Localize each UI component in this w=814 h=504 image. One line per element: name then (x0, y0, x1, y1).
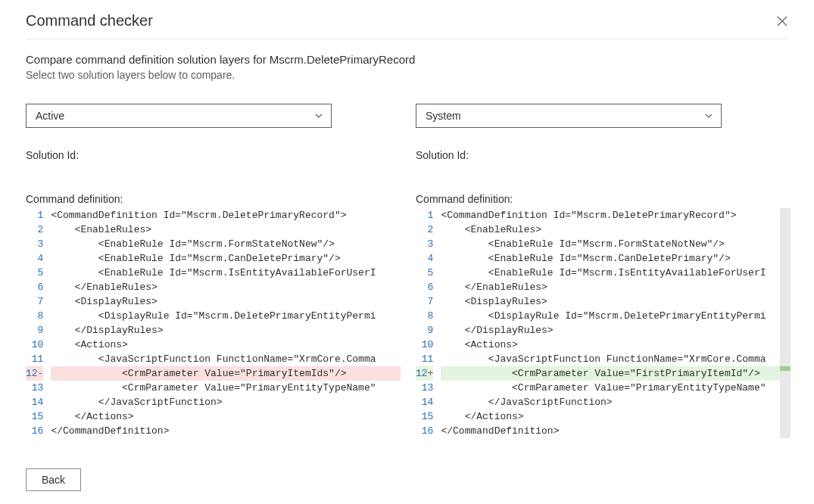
line-number: 8 (416, 309, 433, 323)
compare-columns: Active Solution Id: Command definition: … (26, 104, 788, 438)
line-number: 15 (26, 409, 43, 424)
code-line: <Actions> (51, 338, 401, 352)
line-number: 11 (416, 352, 433, 366)
code-line: </CommandDefinition> (441, 424, 791, 438)
dialog-footer: Back (26, 468, 788, 491)
line-number: 13 (26, 381, 43, 395)
code-line: <CommandDefinition Id="Mscrm.DeletePrima… (51, 208, 401, 222)
line-number: 3 (416, 237, 433, 251)
chevron-down-icon (314, 111, 323, 120)
line-number: 11 (26, 352, 43, 366)
line-number: 10 (416, 338, 433, 352)
code-line: <JavaScriptFunction FunctionName="XrmCor… (51, 352, 401, 366)
code-line: </Actions> (441, 409, 791, 424)
right-dropdown-value: System (426, 110, 461, 122)
left-layer-dropdown[interactable]: Active (26, 104, 332, 128)
line-number: 4 (26, 251, 43, 266)
chevron-down-icon (704, 111, 713, 120)
close-icon[interactable] (776, 12, 788, 30)
line-number: 3 (26, 237, 43, 251)
code-line: <DisplayRules> (51, 294, 401, 309)
code-line: <CommandDefinition Id="Mscrm.DeletePrima… (441, 208, 791, 222)
code-line: </EnableRules> (441, 280, 791, 294)
line-number: 1 (26, 208, 43, 222)
code-line: <EnableRule Id="Mscrm.IsEntityAvailableF… (51, 266, 401, 280)
line-number: 6 (416, 280, 433, 294)
code-line: </EnableRules> (51, 280, 401, 294)
line-number: 16 (26, 424, 43, 438)
line-number: 1 (416, 208, 433, 222)
code-line: <DisplayRules> (441, 294, 791, 309)
line-number: 9 (26, 323, 43, 338)
scroll-diff-marker (780, 366, 791, 371)
code-line: <EnableRule Id="Mscrm.CanDeletePrimary"/… (441, 251, 791, 266)
code-line: </JavaScriptFunction> (441, 395, 791, 409)
right-command-def-label: Command definition: (416, 193, 791, 205)
back-button[interactable]: Back (26, 468, 81, 491)
right-layer-dropdown[interactable]: System (416, 104, 722, 128)
line-number: 6 (26, 280, 43, 294)
right-scroll-overview[interactable] (780, 208, 791, 438)
line-number: 5 (416, 266, 433, 280)
line-number: 12- (26, 366, 43, 381)
line-number: 2 (26, 222, 43, 237)
right-code-block: 123456789101112+13141516<CommandDefiniti… (416, 208, 791, 438)
right-code-container[interactable]: 123456789101112+13141516<CommandDefiniti… (416, 208, 791, 438)
code-line: <EnableRule Id="Mscrm.IsEntityAvailableF… (441, 266, 791, 280)
code-line: </DisplayRules> (51, 323, 401, 338)
right-column: System Solution Id: Command definition: … (416, 104, 791, 438)
left-code-block: 123456789101112-13141516<CommandDefiniti… (26, 208, 401, 438)
line-number: 7 (26, 294, 43, 309)
left-column: Active Solution Id: Command definition: … (26, 104, 401, 438)
line-number: 12+ (416, 366, 433, 381)
left-solution-id-label: Solution Id: (26, 149, 401, 161)
dialog-header: Command checker (26, 12, 788, 39)
code-line: <CrmParameter Value="FirstPrimaryItemId"… (441, 366, 791, 381)
right-solution-id-label: Solution Id: (416, 149, 791, 161)
code-line: <DisplayRule Id="Mscrm.DeletePrimaryEnti… (441, 309, 791, 323)
left-dropdown-value: Active (36, 110, 64, 122)
code-line: </DisplayRules> (441, 323, 791, 338)
code-line: <EnableRule Id="Mscrm.FormStateNotNew"/> (51, 237, 401, 251)
code-line: <Actions> (441, 338, 791, 352)
code-line: </JavaScriptFunction> (51, 395, 401, 409)
code-line: <CrmParameter Value="PrimaryEntityTypeNa… (441, 381, 791, 395)
left-command-def-label: Command definition: (26, 193, 401, 205)
dialog-title: Command checker (26, 12, 153, 30)
dialog-subtitle: Compare command definition solution laye… (26, 53, 788, 66)
line-number: 4 (416, 251, 433, 266)
code-line: <EnableRules> (51, 222, 401, 237)
line-number: 7 (416, 294, 433, 309)
left-solution-id-value (26, 164, 401, 176)
command-checker-dialog: Command checker Compare command definiti… (0, 0, 814, 503)
code-line: <CrmParameter Value="PrimaryItemIds"/> (51, 366, 401, 381)
dialog-instruction: Select two solution layers below to comp… (26, 69, 788, 81)
line-number: 14 (26, 395, 43, 409)
code-line: <DisplayRule Id="Mscrm.DeletePrimaryEnti… (51, 309, 401, 323)
line-number: 15 (416, 409, 433, 424)
code-line: <EnableRules> (441, 222, 791, 237)
line-number: 13 (416, 381, 433, 395)
code-line: <JavaScriptFunction FunctionName="XrmCor… (441, 352, 791, 366)
left-code-container[interactable]: 123456789101112-13141516<CommandDefiniti… (26, 208, 401, 438)
code-line: </CommandDefinition> (51, 424, 401, 438)
right-solution-id-value (416, 164, 791, 176)
line-number: 9 (416, 323, 433, 338)
line-number: 10 (26, 338, 43, 352)
line-number: 8 (26, 309, 43, 323)
line-number: 5 (26, 266, 43, 280)
code-line: <CrmParameter Value="PrimaryEntityTypeNa… (51, 381, 401, 395)
code-line: <EnableRule Id="Mscrm.FormStateNotNew"/> (441, 237, 791, 251)
line-number: 14 (416, 395, 433, 409)
code-line: <EnableRule Id="Mscrm.CanDeletePrimary"/… (51, 251, 401, 266)
code-line: </Actions> (51, 409, 401, 424)
line-number: 16 (416, 424, 433, 438)
line-number: 2 (416, 222, 433, 237)
